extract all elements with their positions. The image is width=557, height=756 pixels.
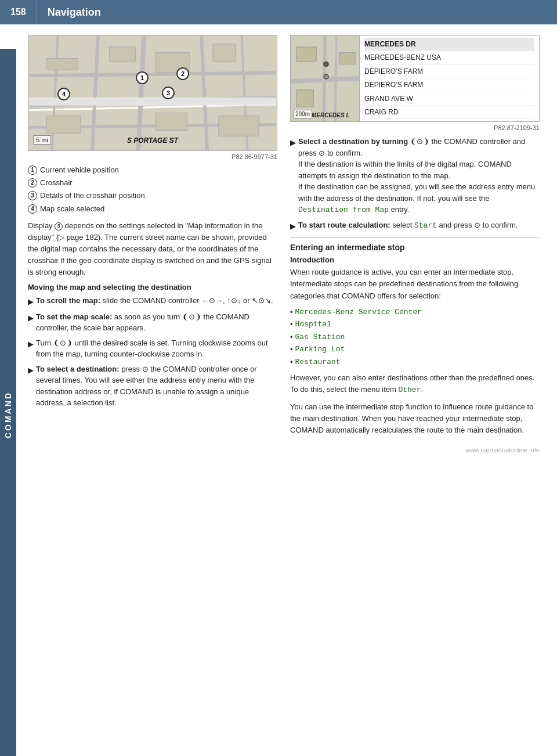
page-title: Navigation <box>37 6 101 19</box>
cat-text-3: Parking Lot <box>295 344 345 355</box>
right-map-image: 200m MERCEDES L <box>290 35 360 122</box>
map-marker-3: 3 <box>162 87 175 99</box>
svg-point-28 <box>323 62 329 67</box>
legend-item-2: 2 Crosshair <box>28 178 277 188</box>
categories-list: • Mercedes-Benz Service Center • Hospita… <box>290 307 540 368</box>
map-list-item-5: CRAIG RD <box>364 106 534 119</box>
legend-num-4: 4 <box>28 204 37 214</box>
bullet-route-calc: ▶ To start route calculation: select Sta… <box>290 219 540 232</box>
left-map-caption: P82.86-9977-31 <box>28 153 277 160</box>
legend-num-1: 1 <box>28 165 37 175</box>
final-text: You can use the intermediate stop functi… <box>290 401 540 436</box>
map-scale-right: 200m <box>293 110 312 118</box>
legend-num-3: 3 <box>28 191 37 200</box>
map-marker-1: 1 <box>136 71 149 84</box>
legend-item-4: 4 Map scale selected <box>28 204 277 214</box>
legend-item-1: 1 Current vehicle position <box>28 165 277 175</box>
left-column: 1 2 3 4 5 mi S PORTAGE ST P82.86-9977-31 <box>28 35 277 441</box>
legend-num-2: 2 <box>28 178 37 188</box>
legend-text-1: Current vehicle position <box>40 165 119 175</box>
sidebar-text: COMAND <box>3 391 13 438</box>
left-map-image: 1 2 3 4 5 mi S PORTAGE ST <box>28 35 277 151</box>
map-marker-2: 2 <box>176 67 189 80</box>
legend-item-3: 3 Details of the crosshair position <box>28 190 277 201</box>
arrow-icon-route: ▶ <box>290 221 296 232</box>
display-body-text: Display 3 depends on the settings select… <box>28 220 277 279</box>
bullet-scroll: ▶ To scroll the map: slide the COMAND co… <box>28 295 277 308</box>
map-marker-4: 4 <box>57 88 70 100</box>
cat-bullet-2: • <box>290 332 293 343</box>
cat-bullet-3: • <box>290 344 293 355</box>
map-street-label-left: S PORTAGE ST <box>127 136 178 145</box>
bullet-turn-text: Turn ❨⊙❩ until the desired scale is set.… <box>36 337 277 360</box>
intro-text: When route guidance is active, you can e… <box>290 267 540 301</box>
moving-map-heading: Moving the map and selecting the destina… <box>28 283 277 291</box>
legend-text-4: Map scale selected <box>40 204 104 214</box>
svg-rect-14 <box>46 59 78 70</box>
svg-rect-17 <box>46 116 81 134</box>
svg-rect-16 <box>219 116 259 136</box>
sidebar-label: COMAND <box>0 49 16 756</box>
bullet-scale-text: To set the map scale: as soon as you tur… <box>36 311 277 334</box>
bullet-scroll-text: To scroll the map: slide the COMAND cont… <box>36 295 273 308</box>
category-item-0: • Mercedes-Benz Service Center <box>290 307 540 318</box>
svg-rect-23 <box>296 90 313 107</box>
svg-rect-15 <box>155 113 187 131</box>
legend-text-3: Details of the crosshair position <box>40 190 145 201</box>
arrow-icon-select-right: ▶ <box>290 137 296 216</box>
cat-text-4: Restaurant <box>295 357 341 368</box>
intro-heading: Introduction <box>290 255 540 264</box>
bullet-select-dest: ▶ To select a destination: press ⊙ the C… <box>28 363 277 409</box>
bullet-select-dest-right: ▶ Select a destination by turning ❨⊙❩ th… <box>290 136 540 216</box>
svg-rect-22 <box>296 47 316 62</box>
svg-rect-24 <box>339 53 356 64</box>
after-list-text: However, you can also enter destinations… <box>290 372 540 396</box>
right-map-caption: P82.87-2109-31 <box>290 124 540 131</box>
cat-text-2: Gas Station <box>295 332 345 343</box>
page-header: 158 Navigation <box>0 0 557 24</box>
cat-text-1: Hospital <box>295 319 331 330</box>
svg-rect-13 <box>110 47 136 62</box>
category-item-4: • Restaurant <box>290 357 540 368</box>
map-street-label-right: MERCEDES L <box>312 112 350 118</box>
section-divider <box>290 237 540 238</box>
arrow-icon-select: ▶ <box>28 365 34 409</box>
bullet-select-dest-right-text: Select a destination by turning ❨⊙❩ the … <box>298 136 540 216</box>
map-legend-list: 1 Current vehicle position 2 Crosshair 3… <box>28 165 277 214</box>
right-column: 200m MERCEDES L MERCEDES DR MERCEDES-BEN… <box>290 35 540 441</box>
arrow-icon-turn: ▶ <box>28 339 34 360</box>
right-map-container: 200m MERCEDES L MERCEDES DR MERCEDES-BEN… <box>290 35 540 122</box>
watermark: www.carmanualonline.info <box>28 447 540 453</box>
map-list-item-0: MERCEDES DR <box>364 38 534 51</box>
category-item-2: • Gas Station <box>290 332 540 343</box>
category-item-1: • Hospital <box>290 319 540 330</box>
cat-bullet-1: • <box>290 319 293 330</box>
bullet-select-text: To select a destination: press ⊙ the COM… <box>36 363 277 409</box>
map-list-item-1: MERCEDES-BENZ USA <box>364 51 534 64</box>
cat-bullet-0: • <box>290 307 293 318</box>
page-number: 158 <box>0 0 37 24</box>
map-list-item-3: DEPIERO’S FARM <box>364 78 534 92</box>
cat-text-0: Mercedes-Benz Service Center <box>295 307 422 318</box>
bullet-route-text: To start route calculation: select Start… <box>298 219 518 232</box>
map-scale-left: 5 mi <box>33 135 51 145</box>
svg-line-21 <box>335 35 337 121</box>
map-list-item-2: DEPIERO’S FARM <box>364 65 534 78</box>
bullet-scale: ▶ To set the map scale: as soon as you t… <box>28 311 277 334</box>
bullet-turn: ▶ Turn ❨⊙❩ until the desired scale is se… <box>28 337 277 360</box>
arrow-icon-scroll: ▶ <box>28 296 34 308</box>
other-mono: Other <box>398 386 421 394</box>
category-item-3: • Parking Lot <box>290 344 540 355</box>
arrow-icon-scale: ▶ <box>28 312 34 334</box>
map-list-item-4: GRAND AVE W <box>364 92 534 106</box>
cat-bullet-4: • <box>290 357 293 368</box>
legend-text-2: Crosshair <box>40 178 73 188</box>
right-map-list: MERCEDES DR MERCEDES-BENZ USA DEPIERO’S … <box>360 35 540 122</box>
svg-rect-12 <box>213 44 236 62</box>
intermediate-stop-heading: Entering an intermediate stop <box>290 243 540 252</box>
